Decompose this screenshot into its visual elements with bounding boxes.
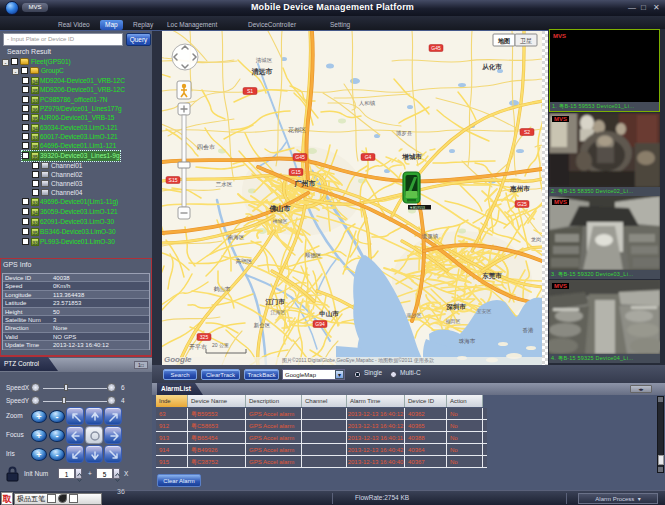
svg-text:G94: G94 bbox=[315, 321, 325, 327]
svg-text:地图: 地图 bbox=[497, 37, 510, 45]
svg-text:图片©2011 DigitalGlobe,GeoEye,Ma: 图片©2011 DigitalGlobe,GeoEye,Mapabc - 地图数… bbox=[282, 357, 434, 364]
svg-text:S2: S2 bbox=[524, 129, 530, 135]
svg-text:S1: S1 bbox=[247, 88, 253, 94]
svg-text:新会区: 新会区 bbox=[254, 322, 271, 328]
svg-text:20 公里: 20 公里 bbox=[212, 342, 229, 348]
svg-text:鹤山市: 鹤山市 bbox=[214, 285, 231, 292]
svg-text:Google: Google bbox=[164, 355, 192, 364]
svg-text:增城市: 增城市 bbox=[401, 153, 422, 161]
svg-text:江海区: 江海区 bbox=[271, 309, 286, 316]
svg-text:花都区: 花都区 bbox=[288, 126, 306, 134]
svg-text:中山市: 中山市 bbox=[319, 310, 339, 318]
svg-text:东莞市: 东莞市 bbox=[481, 272, 502, 280]
svg-text:G45: G45 bbox=[431, 45, 441, 51]
svg-text:G4: G4 bbox=[365, 154, 372, 160]
svg-text:广州市: 广州市 bbox=[294, 179, 316, 188]
svg-text:博罗县: 博罗县 bbox=[396, 130, 413, 137]
svg-text:清远市: 清远市 bbox=[252, 67, 273, 76]
svg-text:四会市: 四会市 bbox=[197, 143, 215, 151]
svg-text:禅城区: 禅城区 bbox=[273, 218, 288, 224]
svg-text:香港: 香港 bbox=[523, 327, 535, 334]
svg-text:福田区: 福田区 bbox=[446, 318, 461, 325]
svg-text:开平市: 开平市 bbox=[189, 343, 207, 350]
svg-text:南海区: 南海区 bbox=[228, 234, 245, 241]
svg-text:龙岗: 龙岗 bbox=[531, 236, 541, 243]
svg-text:惠州市: 惠州市 bbox=[509, 185, 530, 193]
svg-text:珠海市: 珠海市 bbox=[459, 338, 476, 345]
svg-text:清城区: 清城区 bbox=[256, 57, 273, 64]
svg-text:S15: S15 bbox=[169, 177, 178, 183]
svg-text:江门市: 江门市 bbox=[265, 298, 285, 306]
svg-text:塘厦镇: 塘厦镇 bbox=[421, 233, 439, 240]
svg-text:佛山市: 佛山市 bbox=[269, 204, 291, 213]
svg-text:粤B59553: 粤B59553 bbox=[410, 206, 426, 210]
svg-text:三水区: 三水区 bbox=[216, 181, 233, 187]
svg-text:G45: G45 bbox=[295, 154, 305, 160]
svg-text:卫星: 卫星 bbox=[520, 37, 532, 44]
svg-text:G25: G25 bbox=[517, 201, 527, 207]
svg-text:从化市: 从化市 bbox=[481, 63, 502, 71]
svg-text:人和镇: 人和镇 bbox=[359, 100, 376, 106]
svg-text:顺德区: 顺德区 bbox=[305, 252, 322, 259]
svg-text:宝安区: 宝安区 bbox=[477, 308, 492, 314]
svg-text:深圳市: 深圳市 bbox=[445, 303, 466, 311]
svg-text:G15: G15 bbox=[291, 169, 301, 175]
svg-text:325: 325 bbox=[200, 334, 209, 340]
svg-text:高明区: 高明区 bbox=[236, 258, 253, 264]
svg-text:南沙区: 南沙区 bbox=[407, 312, 422, 319]
